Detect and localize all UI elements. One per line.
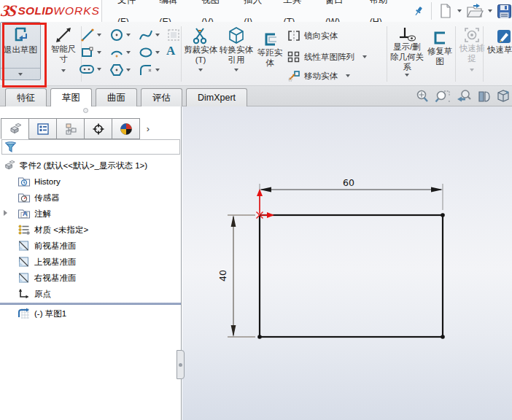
tab-display-manager[interactable] (112, 118, 140, 139)
tab-property-manager[interactable] (28, 118, 57, 139)
repair-sketch-button[interactable]: 修复草图 (425, 31, 454, 67)
zoom-to-area-icon[interactable] (435, 89, 451, 104)
move-entities-dropdown[interactable] (346, 74, 350, 77)
trim-dropdown[interactable] (198, 69, 203, 71)
tab-dimxpert[interactable]: DimXpert (186, 88, 247, 106)
annotation-letter: A (23, 210, 28, 217)
feature-manager-panel: › 零件2 (默认<<默认>_显示状态 1>) (0, 106, 182, 420)
plane-tool (166, 28, 181, 42)
exit-sketch-dropdown[interactable] (1, 68, 40, 79)
dimension-height-value: 40 (217, 270, 228, 281)
arc-tool[interactable] (109, 45, 131, 60)
circle-dropdown[interactable] (126, 34, 131, 36)
main-content: › 零件2 (默认<<默认>_显示状态 1>) (0, 106, 512, 420)
view-tools (415, 89, 510, 104)
rectangle-tool[interactable] (80, 45, 101, 60)
save-icon[interactable] (497, 4, 512, 19)
panel-drag-handle[interactable] (83, 108, 88, 113)
text-tool[interactable]: A (166, 44, 175, 58)
panel-tabs-overflow[interactable]: › (140, 118, 156, 139)
circle-tool[interactable] (109, 28, 131, 42)
smart-dimension-button[interactable]: 智能尺寸 (48, 26, 79, 72)
exit-sketch-button[interactable]: 退出草图 (0, 22, 41, 80)
tree-item-sketch1[interactable]: (-) 草图1 (0, 306, 181, 322)
view-orientation-icon[interactable] (497, 89, 510, 104)
ellipse-tool[interactable] (139, 45, 160, 60)
tree-item-sensors[interactable]: 传感器 (0, 190, 181, 206)
fillet-tool[interactable] (139, 63, 160, 77)
panel-splitter-handle[interactable] (177, 350, 185, 379)
vertex-point (441, 213, 445, 217)
display-relations-dropdown[interactable] (405, 74, 409, 77)
spline-dropdown[interactable] (155, 34, 160, 36)
open-document-icon[interactable] (466, 3, 484, 19)
trim-entities-button[interactable]: 剪裁实体(T) (184, 26, 217, 71)
rollback-bar[interactable] (0, 303, 181, 305)
new-document-dropdown[interactable] (457, 9, 462, 12)
tab-sketch[interactable]: 草图 (50, 88, 92, 106)
tab-evaluate[interactable]: 评估 (141, 88, 182, 106)
rapid-sketch-button[interactable]: 快速草图 (487, 28, 512, 55)
zoom-to-fit-icon[interactable] (415, 89, 430, 104)
tab-dimxpert-manager[interactable] (84, 118, 112, 139)
fillet-dropdown[interactable] (155, 69, 160, 71)
convert-dropdown[interactable] (234, 69, 238, 71)
filter-funnel-icon (4, 141, 18, 153)
property-manager-icon (36, 122, 50, 136)
tree-filter-input[interactable] (18, 140, 179, 154)
feature-tree: 零件2 (默认<<默认>_显示状态 1>) History 传感器 (0, 158, 181, 322)
tree-item-history[interactable]: History (0, 174, 181, 190)
slot-dropdown[interactable] (97, 68, 101, 71)
tree-item-origin[interactable]: 原点 (0, 286, 181, 302)
linear-pattern-dropdown[interactable] (362, 55, 367, 58)
expand-arrow-icon[interactable] (4, 210, 7, 216)
graphics-area[interactable]: 60 40 (182, 106, 512, 420)
convert-entities-button[interactable]: 转换实体引用 (219, 26, 254, 71)
tree-item-annotations[interactable]: A 注解 (0, 206, 181, 222)
line-icon (80, 28, 95, 42)
tree-item-top-plane[interactable]: 上视基准面 (0, 254, 181, 270)
new-document-icon[interactable] (438, 3, 453, 19)
tab-surfaces[interactable]: 曲面 (96, 88, 137, 106)
move-entities-button[interactable]: 移动实体 (287, 70, 350, 82)
offset-entities-icon (260, 32, 279, 48)
ellipse-icon (139, 45, 153, 60)
sketch-drawing: 60 40 (182, 106, 512, 420)
pin-menu-icon[interactable] (413, 5, 424, 17)
polygon-tool[interactable] (109, 63, 131, 77)
mirror-entities-button[interactable]: 镜向实体 (287, 30, 338, 42)
polygon-dropdown[interactable] (126, 69, 131, 71)
toolbar-separator (431, 2, 432, 20)
tree-item-right-plane[interactable]: 右视基准面 (0, 270, 181, 286)
sketch-plane-icon (166, 28, 181, 42)
part-icon (3, 160, 16, 171)
line-dropdown[interactable] (97, 34, 101, 36)
offset-entities-button[interactable]: 等距实体 (255, 32, 285, 69)
menu-items: 文件(F) 编辑(E) 视图(V) 插入(I) 工具(T) 窗口(W) 帮助(H… (108, 0, 403, 22)
tab-features[interactable]: 特征 (5, 88, 47, 106)
linear-sketch-pattern-button[interactable]: 线性草图阵列 (287, 51, 367, 63)
arc-dropdown[interactable] (126, 51, 131, 54)
section-view-icon[interactable] (477, 89, 492, 104)
ellipse-dropdown[interactable] (155, 51, 160, 54)
tree-item-material[interactable]: 材质 <未指定> (0, 222, 181, 238)
display-delete-relations-button[interactable]: 显示/删除几何关系 (389, 26, 424, 77)
smart-dimension-dropdown[interactable] (61, 69, 66, 72)
open-document-dropdown[interactable] (488, 9, 492, 12)
tab-configuration-manager[interactable] (56, 118, 85, 139)
fillet-icon (139, 63, 153, 77)
tab-feature-manager[interactable] (1, 118, 29, 139)
plane-icon (18, 256, 31, 268)
previous-view-icon[interactable] (456, 89, 472, 104)
slot-tool[interactable] (79, 63, 101, 76)
tree-item-front-plane[interactable]: 前视基准面 (0, 238, 181, 254)
polygon-icon (109, 63, 124, 77)
line-tool[interactable] (80, 28, 101, 42)
tree-item-part-root[interactable]: 零件2 (默认<<默认>_显示状态 1>) (0, 158, 181, 174)
spline-tool[interactable] (139, 28, 160, 42)
quick-access-toolbar (438, 3, 512, 19)
rectangle-dropdown[interactable] (97, 51, 101, 54)
rapid-sketch-icon (495, 28, 512, 45)
quick-snaps-dropdown (470, 69, 474, 71)
sketch-rectangle[interactable] (260, 215, 443, 337)
